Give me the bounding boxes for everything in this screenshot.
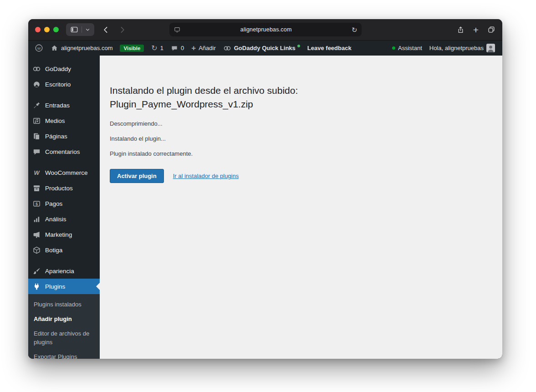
sidebar-item-label: Botiga <box>45 247 62 254</box>
comments-icon <box>32 148 41 156</box>
updates-menu[interactable]: ↻ 1 <box>148 41 167 56</box>
sidebar-item-paginas[interactable]: Páginas <box>28 128 100 144</box>
plugins-icon <box>32 282 41 291</box>
action-row: Activar plugin Ir al instalador de plugi… <box>110 169 484 183</box>
sidebar-item-escritorio[interactable]: Escritorio <box>28 76 100 92</box>
submenu-item-plugins-instalados[interactable]: Plugins instalados <box>28 297 100 312</box>
svg-text:W: W <box>34 169 40 176</box>
close-window-button[interactable] <box>35 27 41 32</box>
pin-icon <box>32 101 41 110</box>
sidebar-item-label: Apariencia <box>45 268 74 275</box>
divider <box>82 26 82 33</box>
godaddy-quick-links-menu[interactable]: GoDaddy Quick Links <box>220 41 304 56</box>
wp-logo-menu[interactable]: W <box>31 41 47 56</box>
zoom-window-button[interactable] <box>53 27 59 32</box>
submenu-item-editor-archivos[interactable]: Editor de archivos de plugins <box>28 326 100 349</box>
notification-dot <box>297 45 300 47</box>
comments-count: 0 <box>181 45 184 51</box>
pages-icon <box>32 132 41 141</box>
minimize-window-button[interactable] <box>44 27 50 32</box>
assistant-menu[interactable]: Assistant <box>388 41 426 56</box>
sidebar-item-medios[interactable]: Medios <box>28 113 100 128</box>
sidebar-item-label: Marketing <box>45 231 72 238</box>
admin-bar-right: Assistant Hola, alignetpruebas <box>388 41 499 56</box>
forward-button[interactable] <box>117 24 128 36</box>
sidebar-item-botiga[interactable]: Botiga <box>28 242 100 258</box>
updates-count: 1 <box>160 45 163 51</box>
admin-body: GoDaddy Escritorio Entradas Medios Págin… <box>28 56 502 359</box>
sidebar-item-analisis[interactable]: Análisis <box>28 211 100 227</box>
sidebar-item-label: Comentarios <box>45 148 80 155</box>
sidebar-item-label: Pagos <box>45 200 62 207</box>
submenu-item-exportar-plugins[interactable]: Exportar Plugins <box>28 350 100 359</box>
url-text: alignetpruebas.com <box>181 26 352 33</box>
address-bar[interactable]: alignetpruebas.com ↻ <box>169 23 362 36</box>
sidebar-item-pagos[interactable]: $ Pagos <box>28 196 100 211</box>
status-installing: Instalando el plugin... <box>110 135 484 143</box>
dashboard-icon <box>32 80 41 89</box>
products-icon <box>32 184 41 193</box>
website-settings-icon[interactable] <box>174 26 181 33</box>
tab-overview-button[interactable] <box>487 25 495 34</box>
sidebar-toggle-button[interactable] <box>66 23 94 36</box>
woocommerce-icon: W <box>32 168 41 177</box>
wordpress-logo-icon: W <box>35 44 43 52</box>
sidebar-item-label: Escritorio <box>45 81 71 88</box>
greeting-label: Hola, alignetpruebas <box>429 45 484 51</box>
reload-icon[interactable]: ↻ <box>352 26 357 33</box>
plus-icon: + <box>191 44 196 52</box>
assistant-label: Assistant <box>398 45 422 51</box>
browser-titlebar: alignetpruebas.com ↻ + <box>28 19 502 41</box>
sidebar-item-productos[interactable]: Productos <box>28 180 100 196</box>
sidebar-item-entradas[interactable]: Entradas <box>28 97 100 113</box>
sidebar-item-woocommerce[interactable]: W WooCommerce <box>28 165 100 180</box>
site-name-label: alignetpruebas.com <box>61 45 112 51</box>
sidebar-item-label: Plugins <box>45 283 65 290</box>
back-button[interactable] <box>100 24 111 36</box>
page-title: Instalando el plugin desde el archivo su… <box>110 84 383 112</box>
botiga-icon <box>32 246 41 255</box>
plugin-installer-link[interactable]: Ir al instalador de plugins <box>173 173 239 179</box>
sidebar-item-label: WooCommerce <box>45 169 88 176</box>
traffic-lights <box>35 27 59 32</box>
visibility-toggle[interactable]: Visible <box>116 41 148 56</box>
sidebar-item-godaddy[interactable]: GoDaddy <box>28 61 100 76</box>
godaddy-links-label: GoDaddy Quick Links <box>234 45 296 51</box>
wp-admin-sidebar: GoDaddy Escritorio Entradas Medios Págin… <box>28 56 100 359</box>
godaddy-icon <box>32 65 41 73</box>
sidebar-item-plugins[interactable]: Plugins <box>28 279 100 294</box>
visible-badge: Visible <box>120 45 144 52</box>
svg-text:$: $ <box>36 201 38 206</box>
sidebar-icon <box>70 25 78 34</box>
main-content: Instalando el plugin desde el archivo su… <box>100 56 502 359</box>
site-name-menu[interactable]: alignetpruebas.com <box>47 41 116 56</box>
my-account-menu[interactable]: Hola, alignetpruebas <box>426 41 499 56</box>
leave-feedback-menu[interactable]: Leave feedback <box>304 41 355 56</box>
sidebar-item-label: Entradas <box>45 102 70 109</box>
activate-plugin-button[interactable]: Activar plugin <box>110 169 164 183</box>
add-new-label: Añadir <box>199 45 216 51</box>
chevron-down-icon <box>85 27 90 32</box>
sidebar-item-marketing[interactable]: Marketing <box>28 227 100 242</box>
sidebar-item-comentarios[interactable]: Comentarios <box>28 144 100 159</box>
avatar <box>486 44 495 52</box>
updates-icon: ↻ <box>151 45 157 52</box>
svg-text:W: W <box>37 46 41 51</box>
new-tab-button[interactable]: + <box>473 25 479 35</box>
share-button[interactable] <box>457 25 465 34</box>
comments-bubble-icon <box>171 45 178 52</box>
leave-feedback-label: Leave feedback <box>307 45 352 51</box>
marketing-icon <box>32 230 41 239</box>
new-content-menu[interactable]: + Añadir <box>188 41 220 56</box>
plugins-submenu: Plugins instalados Añadir plugin Editor … <box>28 294 100 359</box>
submenu-item-anadir-plugin[interactable]: Añadir plugin <box>28 312 100 326</box>
appearance-icon <box>32 267 41 275</box>
sidebar-item-label: Medios <box>45 117 65 124</box>
status-unpacking: Descomprimiendo... <box>110 120 484 128</box>
sidebar-item-label: Productos <box>45 185 73 192</box>
comments-menu[interactable]: 0 <box>167 41 188 56</box>
sidebar-item-apariencia[interactable]: Apariencia <box>28 263 100 279</box>
media-icon <box>32 117 41 125</box>
analytics-icon <box>32 215 41 224</box>
toolbar-right: + <box>457 25 495 35</box>
